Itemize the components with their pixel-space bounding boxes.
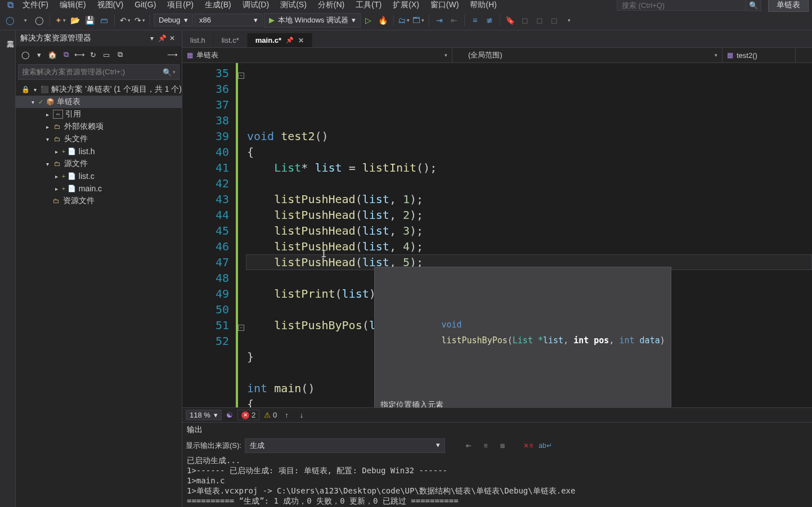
panel-close-icon[interactable]: ✕ — [167, 34, 177, 42]
back-button[interactable]: ◯ — [3, 14, 17, 27]
code-line[interactable]: { — [247, 144, 812, 160]
toolbox-tab[interactable]: 工具箱 — [0, 30, 16, 507]
se-sync-icon[interactable]: ↻ — [87, 48, 99, 61]
nav-project-scope[interactable]: ▦ 单链表 ▾ — [182, 48, 452, 62]
tree-project[interactable]: ▾ ✓ 📦 单链表 — [16, 96, 182, 108]
output-clear-button[interactable]: ✕≡ — [522, 439, 535, 452]
menu-item[interactable]: 扩展(X) — [387, 0, 425, 11]
platform-select[interactable]: x86▾ — [194, 14, 263, 26]
browser-button[interactable]: 🗂 — [397, 14, 411, 27]
nav-function-scope[interactable]: ▦ test2() — [723, 48, 796, 62]
tree-headers[interactable]: ▾ 🗀 头文件 — [16, 133, 182, 145]
project-icon: 📦 — [46, 97, 55, 106]
solution-badge[interactable]: 单链表 — [768, 0, 809, 12]
tree-external-deps[interactable]: ▸ 🗀 外部依赖项 — [16, 120, 182, 133]
new-item-button[interactable]: ✦ — [53, 14, 67, 27]
output-btn-3[interactable]: ≣ — [496, 439, 509, 452]
code-line[interactable]: void test2() — [247, 128, 812, 144]
refs-icon: ▫▫ — [53, 110, 63, 119]
health-icon[interactable]: ☯ — [226, 411, 233, 419]
output-log[interactable]: 已启动生成... 1>------ 已启动生成: 项目: 单链表, 配置: De… — [182, 454, 812, 507]
editor-tab[interactable]: list.c* — [214, 33, 248, 47]
indent-button[interactable]: ⇥ — [433, 14, 446, 27]
tree-resources[interactable]: 🗀 资源文件 — [16, 195, 182, 207]
tree-sources[interactable]: ▾ 🗀 源文件 — [16, 158, 182, 170]
redo-button[interactable]: ↷ — [133, 14, 146, 27]
tree-file-header[interactable]: ▸ + 📄 list.h — [16, 145, 182, 158]
comment-button[interactable]: ≡ — [468, 14, 482, 27]
output-btn-2[interactable]: ≡ — [479, 439, 492, 452]
nav-global-scope[interactable]: (全局范围)▾ — [452, 48, 723, 62]
solution-search-input[interactable]: 搜索解决方案资源管理器(Ctrl+;) 🔍▾ — [18, 64, 180, 80]
menu-item[interactable]: 文件(F) — [17, 0, 54, 11]
output-source-label: 显示输出来源(S): — [186, 441, 241, 451]
se-dropdown-icon[interactable]: ▾ — [33, 48, 45, 61]
se-more-icon[interactable]: ⟶ — [166, 48, 178, 61]
tree-file-source[interactable]: ▸ + 📄 list.c — [16, 170, 182, 182]
bookmark-icon[interactable]: 🔖 — [504, 14, 517, 27]
undo-button[interactable]: ↶ — [118, 14, 132, 27]
output-btn-1[interactable]: ⇤ — [462, 439, 475, 452]
fold-gutter[interactable]: −− — [238, 63, 246, 407]
se-copy-icon[interactable]: ⧉ — [114, 48, 126, 61]
fold-icon[interactable]: − — [238, 325, 244, 331]
warning-count[interactable]: ⚠ 0 — [264, 411, 277, 419]
open-folder-button[interactable]: 📂 — [68, 14, 82, 27]
run-without-debug-button[interactable]: ▷ — [362, 14, 375, 27]
close-icon[interactable]: ✕ — [298, 37, 304, 44]
pin-icon[interactable]: 📌 — [286, 37, 294, 44]
se-home-icon[interactable]: 🏠 — [46, 48, 59, 61]
panel-dropdown-icon[interactable]: ▾ — [147, 34, 157, 42]
menu-item[interactable]: 视图(V) — [92, 0, 129, 11]
menu-item[interactable]: 编辑(E) — [54, 0, 92, 11]
output-source-select[interactable]: 生成▾ — [245, 438, 445, 453]
search-icon[interactable]: 🔍 — [746, 0, 761, 11]
global-search-input[interactable] — [617, 0, 746, 11]
code-line[interactable]: listPushHead(list, 1); — [247, 191, 812, 207]
next-issue-button[interactable]: ↓ — [297, 411, 307, 419]
error-count[interactable]: ✕ 2 — [237, 410, 259, 420]
se-back-icon[interactable]: ◯ — [19, 48, 32, 61]
menu-item[interactable]: 工具(T) — [350, 0, 387, 11]
menu-item[interactable]: 项目(P) — [161, 0, 199, 11]
code-line[interactable]: listPushHead(list, 3); — [247, 223, 812, 239]
menu-item[interactable]: Git(G) — [129, 0, 161, 11]
save-button[interactable]: 💾 — [83, 14, 96, 27]
search-icon: 🔍 — [163, 68, 172, 77]
menu-item[interactable]: 调试(D) — [237, 0, 275, 11]
tree-refs[interactable]: ▸ ▫▫ 引用 — [16, 108, 182, 120]
forward-button[interactable]: ◯ — [33, 14, 46, 27]
code-editor[interactable]: I void listPushByPos(List *list, int pos… — [246, 63, 812, 407]
zoom-select[interactable]: 118 %▾ — [186, 410, 222, 420]
back-dropdown[interactable] — [18, 14, 32, 27]
cfile-icon: 📄 — [68, 184, 77, 193]
uncomment-button[interactable]: ≢ — [483, 14, 496, 27]
se-frame-icon[interactable]: ▭ — [100, 48, 113, 61]
code-line[interactable]: listPushHead(list, 2); — [247, 207, 812, 223]
tree-solution[interactable]: 🔒 ▾ ⬛ 解决方案 '单链表' (1 个项目，共 1 个) — [16, 83, 182, 96]
se-switch-icon[interactable]: ⧉ — [60, 48, 72, 61]
hot-reload-button[interactable]: 🔥 — [376, 14, 390, 27]
menu-item[interactable]: 窗口(W) — [425, 0, 465, 11]
menu-item[interactable]: 分析(N) — [312, 0, 350, 11]
code-line[interactable] — [247, 176, 812, 191]
output-wrap-button[interactable]: ab↵ — [539, 439, 552, 452]
menu-item[interactable]: 帮助(H) — [464, 0, 502, 11]
code-line[interactable]: List* list = listInit(); — [247, 160, 812, 176]
menu-item[interactable]: 测试(S) — [275, 0, 312, 11]
menu-item[interactable]: 生成(B) — [199, 0, 237, 11]
editor-tab[interactable]: list.h — [182, 33, 214, 47]
config-select[interactable]: Debug▾ — [154, 14, 193, 26]
warning-icon: ⚠ — [264, 411, 271, 419]
fold-icon[interactable]: − — [238, 73, 244, 79]
tree-sources-label: 源文件 — [64, 159, 88, 169]
window-button[interactable]: 🗔 — [412, 14, 425, 27]
run-debugger-button[interactable]: ▶本地 Windows 调试器▾ — [264, 13, 361, 28]
panel-pin-icon[interactable]: 📌 — [157, 34, 167, 42]
editor-tab[interactable]: main.c*📌✕ — [248, 33, 312, 47]
tree-file-source[interactable]: ▸ + 📄 main.c — [16, 182, 182, 195]
code-line[interactable]: listPushHead(list, 4); — [247, 239, 812, 254]
save-all-button[interactable]: 🗃 — [97, 14, 111, 27]
prev-issue-button[interactable]: ↑ — [281, 411, 292, 419]
se-arrow-icon[interactable]: ⟷ — [73, 48, 86, 61]
